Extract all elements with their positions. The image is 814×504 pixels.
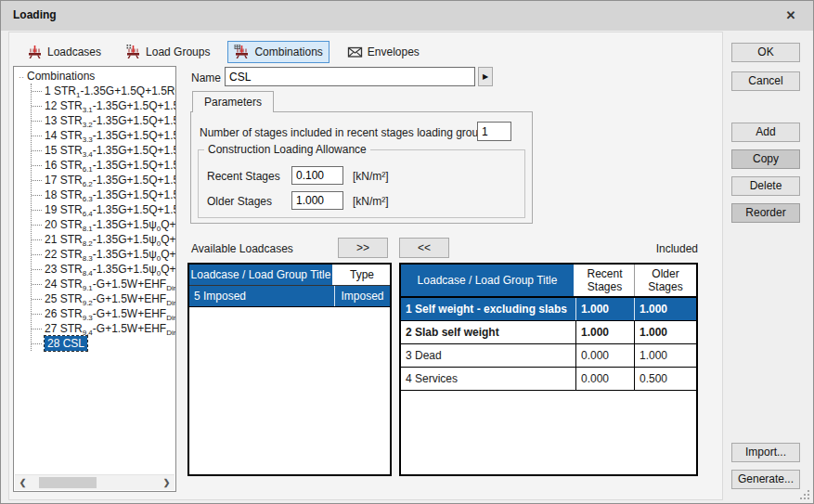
recent-stages-input[interactable] xyxy=(291,166,343,185)
tree-connector xyxy=(32,254,42,255)
recent-stages-label: Recent Stages xyxy=(207,170,280,183)
move-right-button[interactable]: >> xyxy=(338,238,388,258)
titlebar[interactable]: Loading ✕ xyxy=(1,1,813,31)
tree-connector xyxy=(32,314,42,315)
column-header: Type xyxy=(334,265,390,285)
move-left-button[interactable]: << xyxy=(399,238,449,258)
older-stages-input[interactable] xyxy=(291,191,343,210)
loadcase-title-cell: 2 Slab self weight xyxy=(401,321,575,343)
tree-item[interactable]: 27 STR9.4-G+1.5W+EHFDir2- xyxy=(32,321,175,336)
tree-item[interactable]: 19 STR6.4-1.35G+1.5Q+1.5ψ xyxy=(32,202,175,217)
tree-root-label: Combinations xyxy=(27,70,95,83)
reorder-button[interactable]: Reorder xyxy=(731,203,800,223)
recent-stages-unit: [kN/m²] xyxy=(353,170,389,183)
tree-root-combinations[interactable]: ··Combinations xyxy=(19,70,175,84)
column-header: Recent Stages xyxy=(575,265,634,296)
tree-item[interactable]: 22 STR8.3-1.35G+1.5ψ0Q+1. xyxy=(32,247,175,262)
tree-item[interactable]: 15 STR3.4-1.35G+1.5Q+1.5R xyxy=(32,143,175,158)
tree-item[interactable]: 26 STR9.3-G+1.5W+EHFDir1- xyxy=(32,306,175,321)
add-button[interactable]: Add xyxy=(731,123,800,142)
tree-item-label: 20 STR8.1-1.35G+1.5ψ0Q+1. xyxy=(45,217,176,232)
tree-item[interactable]: 21 STR8.2-1.35G+1.5ψ0Q+1. xyxy=(32,232,175,247)
tree-connector xyxy=(32,225,42,226)
name-label: Name xyxy=(191,71,221,84)
import-button[interactable]: Import... xyxy=(731,443,800,462)
recent-stages-cell[interactable]: 0.000 xyxy=(575,368,634,390)
tab-label: Combinations xyxy=(254,45,322,58)
tree-item-label: 28 CSL xyxy=(45,336,87,351)
cancel-button[interactable]: Cancel xyxy=(731,71,800,91)
tab-label: Load Groups xyxy=(146,45,210,58)
recent-stages-cell[interactable]: 0.000 xyxy=(575,344,634,367)
tree-item-label: 27 STR9.4-G+1.5W+EHFDir2- xyxy=(45,321,176,336)
table-row[interactable]: 3 Dead0.0001.000 xyxy=(401,344,696,368)
included-loadcases-table[interactable]: Loadcase / Load Group TitleRecent Stages… xyxy=(399,263,698,476)
scroll-thumb[interactable] xyxy=(39,477,97,488)
loadcase-title-cell: 1 Self weight - excluding slabs xyxy=(401,298,575,320)
main-panel: LoadcasesLoad GroupsCombinationsEnvelope… xyxy=(8,32,723,500)
group-title: Construction Loading Allowance xyxy=(204,143,370,156)
table-row[interactable]: 4 Services0.0000.500 xyxy=(401,368,696,391)
tree-item[interactable]: 24 STR9.1-G+1.5W+EHFDir1+ xyxy=(32,277,175,291)
stages-count-input[interactable] xyxy=(477,122,511,141)
loading-dialog: Loading ✕ LoadcasesLoad GroupsCombinatio… xyxy=(0,0,814,504)
tree-item-label: 24 STR9.1-G+1.5W+EHFDir1+ xyxy=(45,277,176,291)
tab-envelopes[interactable]: Envelopes xyxy=(341,41,426,63)
resize-grip-icon[interactable] xyxy=(798,488,809,499)
older-stages-cell[interactable]: 1.000 xyxy=(634,298,696,320)
delete-button[interactable]: Delete xyxy=(731,176,800,196)
loadcase-title-cell: 3 Dead xyxy=(401,344,575,367)
tree-connector xyxy=(32,269,42,270)
tree-item[interactable]: 12 STR3.1-1.35G+1.5Q+1.5R xyxy=(32,98,175,113)
recent-stages-cell[interactable]: 1.000 xyxy=(575,321,634,343)
loadcase-title-cell: 5 Imposed xyxy=(189,286,334,306)
tree-item[interactable]: 23 STR8.4-1.35G+1.5ψ0Q+1. xyxy=(32,262,175,277)
name-input[interactable] xyxy=(225,67,475,86)
tree-item[interactable]: 14 STR3.3-1.35G+1.5Q+1.5R xyxy=(32,128,175,143)
included-label: Included xyxy=(585,242,698,255)
tree-item-label: 19 STR6.4-1.35G+1.5Q+1.5ψ xyxy=(45,202,176,217)
tree-item[interactable]: 25 STR9.2-G+1.5W+EHFDir2+ xyxy=(32,291,175,306)
tree-connector xyxy=(32,210,42,211)
available-table-header: Loadcase / Load Group TitleType xyxy=(189,265,390,286)
close-icon[interactable]: ✕ xyxy=(782,7,799,24)
scroll-left-icon[interactable]: ❮ xyxy=(15,475,31,490)
older-stages-cell[interactable]: 1.000 xyxy=(634,321,696,343)
generate-button[interactable]: Generate... xyxy=(731,470,800,489)
tree-item[interactable]: 20 STR8.1-1.35G+1.5ψ0Q+1. xyxy=(32,217,175,232)
scroll-right-icon[interactable]: ❯ xyxy=(159,475,174,490)
ok-button[interactable]: OK xyxy=(731,43,800,62)
tree-item[interactable]: 18 STR6.3-1.35G+1.5Q+1.5ψ xyxy=(32,187,175,202)
tree-horizontal-scrollbar[interactable]: ❮ ❯ xyxy=(15,474,174,490)
available-loadcases-table[interactable]: Loadcase / Load Group TitleType5 Imposed… xyxy=(187,263,392,476)
tree-connector xyxy=(32,284,42,285)
older-stages-cell[interactable]: 1.000 xyxy=(634,344,696,367)
tree-item[interactable]: 28 CSL xyxy=(32,336,175,351)
copy-button[interactable]: Copy xyxy=(731,149,800,169)
tree-item-label: 18 STR6.3-1.35G+1.5Q+1.5ψ xyxy=(45,187,176,202)
name-dropdown-arrow-icon[interactable]: ▶ xyxy=(478,67,493,86)
table-row[interactable]: 5 ImposedImposed xyxy=(189,286,390,307)
column-header: Older Stages xyxy=(634,265,696,296)
recent-stages-cell[interactable]: 1.000 xyxy=(575,298,634,320)
tab-loadcases[interactable]: Loadcases xyxy=(20,41,108,63)
tree-children: 1 STR1-1.35G+1.5Q+1.5RQ12 STR3.1-1.35G+1… xyxy=(31,84,175,351)
tree-item[interactable]: 17 STR6.2-1.35G+1.5Q+1.5ψ xyxy=(32,173,175,187)
tree-item-label: 15 STR3.4-1.35G+1.5Q+1.5R xyxy=(45,143,176,158)
column-header: Loadcase / Load Group Title xyxy=(189,265,334,285)
older-stages-cell[interactable]: 0.500 xyxy=(634,368,696,390)
table-row[interactable]: 1 Self weight - excluding slabs1.0001.00… xyxy=(401,298,696,321)
tree-item[interactable]: 1 STR1-1.35G+1.5Q+1.5RQ xyxy=(32,84,175,98)
table-row[interactable]: 2 Slab self weight1.0001.000 xyxy=(401,321,696,344)
tab-parameters[interactable]: Parameters xyxy=(192,91,274,112)
tree-connector xyxy=(32,91,42,92)
tab-load-groups[interactable]: Load Groups xyxy=(119,41,216,63)
combinations-tree-panel[interactable]: ··Combinations1 STR1-1.35G+1.5Q+1.5RQ12 … xyxy=(13,66,176,492)
tree-item[interactable]: 16 STR6.1-1.35G+1.5Q+1.5ψ xyxy=(32,158,175,173)
tree-item[interactable]: 13 STR3.2-1.35G+1.5Q+1.5R xyxy=(32,113,175,128)
loadcase-type-cell: Imposed xyxy=(334,286,390,306)
tree-item-label: 12 STR3.1-1.35G+1.5Q+1.5R xyxy=(45,98,176,113)
tree-collapse-icon[interactable]: ·· xyxy=(19,72,24,82)
tree-connector xyxy=(32,165,42,166)
tab-combinations[interactable]: Combinations xyxy=(227,41,329,63)
